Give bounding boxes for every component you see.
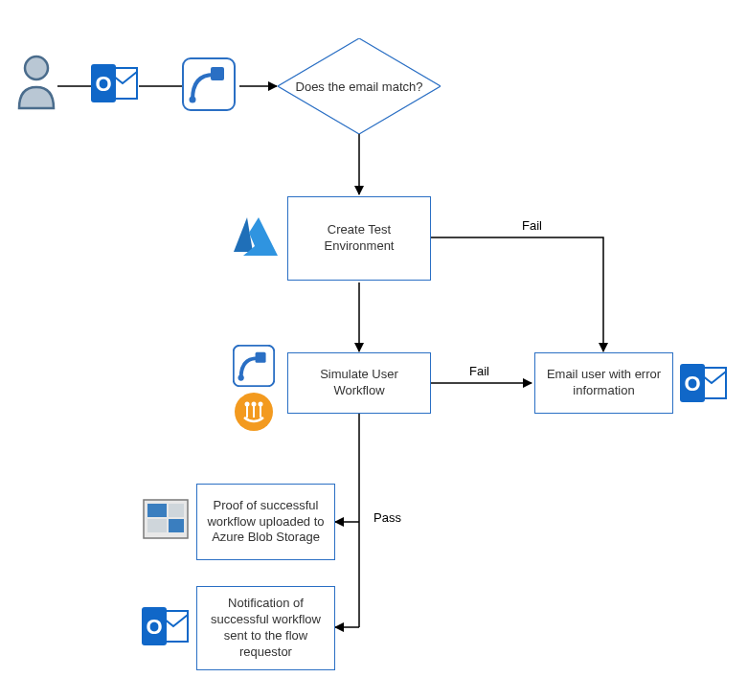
outlook-icon: O	[91, 62, 139, 104]
svg-rect-35	[147, 519, 167, 532]
svg-text:O: O	[95, 72, 111, 96]
box-notification: Notification of successful workflow sent…	[196, 586, 335, 670]
decision-email-match: Does the email match?	[278, 38, 441, 134]
box-email-error-label: Email user with error information	[547, 367, 661, 399]
box-notification-label: Notification of successful workflow sent…	[211, 596, 321, 661]
svg-rect-33	[147, 504, 167, 517]
svg-point-16	[190, 97, 196, 103]
box-simulate-workflow-label: Simulate User Workflow	[298, 367, 420, 399]
box-proof-blob: Proof of successful workflow uploaded to…	[196, 484, 335, 560]
svg-point-24	[252, 402, 257, 407]
edge-label-fail-create: Fail	[522, 218, 542, 233]
svg-point-21	[238, 374, 244, 380]
flowchart-canvas: Does the email match? Create Test Enviro…	[0, 0, 747, 700]
decision-label: Does the email match?	[278, 38, 441, 134]
svg-rect-36	[169, 519, 184, 532]
svg-point-25	[259, 402, 263, 407]
user-icon	[14, 53, 58, 110]
box-create-test-env-label: Create Test Environment	[325, 222, 395, 255]
box-email-error: Email user with error information	[534, 352, 673, 414]
svg-point-10	[25, 56, 48, 79]
azure-icon	[230, 215, 283, 259]
outlook-icon: O	[142, 605, 190, 647]
storage-icon	[142, 498, 190, 540]
flow-icon	[182, 57, 236, 111]
flow-icon	[233, 345, 275, 387]
leapwork-icon	[233, 391, 275, 433]
svg-rect-34	[169, 504, 184, 517]
box-create-test-env: Create Test Environment	[287, 196, 431, 281]
box-proof-blob-label: Proof of successful workflow uploaded to…	[207, 498, 324, 547]
svg-text:O: O	[684, 372, 700, 395]
svg-point-23	[245, 402, 250, 407]
box-simulate-workflow: Simulate User Workflow	[287, 352, 431, 414]
edge-label-fail-simulate: Fail	[469, 364, 489, 378]
svg-text:O: O	[146, 615, 162, 639]
outlook-icon: O	[680, 362, 728, 404]
edge-label-pass: Pass	[374, 510, 401, 525]
